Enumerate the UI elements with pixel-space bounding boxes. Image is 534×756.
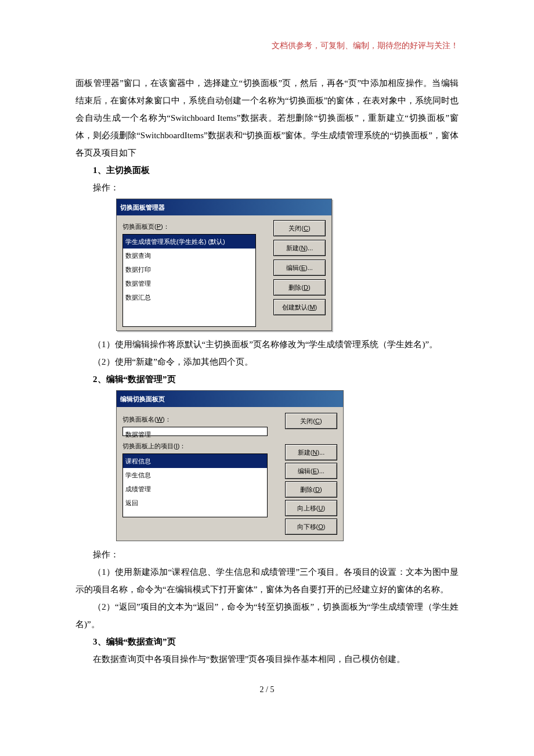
- name-label: 切换面板名(W)：: [122, 413, 280, 426]
- list-item[interactable]: 返回: [123, 496, 267, 510]
- body-text: 面板管理器”窗口，在该窗器中，选择建立“切换面板”页，然后，再各“页”中添加相应…: [75, 74, 459, 668]
- paragraph: （1）使用新建添加“课程信息、学生信息和成绩管理”三个项目。各项目的设置：文本为…: [75, 563, 459, 598]
- document-page: 文档供参考，可复制、编制，期待您的好评与关注！ 面板管理器”窗口，在该窗器中，选…: [0, 0, 534, 729]
- close-button[interactable]: 关闭(C): [273, 220, 326, 236]
- name-input[interactable]: 数据管理: [122, 427, 268, 436]
- list-item[interactable]: 课程信息: [123, 454, 267, 468]
- close-button[interactable]: 关闭(C): [285, 413, 337, 429]
- paragraph: （2）使用“新建”命令，添加其他四个页。: [75, 353, 459, 370]
- make-default-button[interactable]: 创建默认(M): [273, 299, 326, 315]
- list-item[interactable]: 成绩管理: [123, 482, 267, 496]
- list-item[interactable]: 学生成绩管理系统(学生姓名) (默认): [123, 235, 255, 249]
- move-down-button[interactable]: 向下移(O): [285, 519, 337, 535]
- page-number: 2 / 5: [75, 685, 459, 694]
- delete-button[interactable]: 删除(D): [285, 481, 337, 498]
- edit-button[interactable]: 编辑(E)...: [285, 463, 337, 479]
- paragraph: 面板管理器”窗口，在该窗器中，选择建立“切换面板”页，然后，再各“页”中添加相应…: [75, 74, 459, 161]
- items-listbox[interactable]: 课程信息 学生信息 成绩管理 返回: [122, 453, 268, 517]
- new-button[interactable]: 新建(N)...: [285, 444, 337, 460]
- operation-label: 操作：: [75, 546, 459, 563]
- paragraph: （1）使用编辑操作将原默认“主切换面板”页名称修改为“学生成绩管理系统（学生姓名…: [75, 336, 459, 353]
- operation-label: 操作：: [75, 179, 459, 196]
- delete-button[interactable]: 删除(D): [273, 279, 326, 296]
- items-label: 切换面板上的项目(I)：: [122, 440, 280, 452]
- heading-3: 3、编辑“数据查询”页: [75, 633, 459, 650]
- list-item[interactable]: 数据打印: [123, 262, 255, 276]
- header-note: 文档供参考，可复制、编制，期待您的好评与关注！: [75, 41, 459, 51]
- heading-2: 2、编辑“数据管理”页: [75, 370, 459, 388]
- list-item[interactable]: 数据查询: [123, 249, 255, 262]
- list-item[interactable]: 学生信息: [123, 468, 267, 482]
- list-item[interactable]: 数据管理: [123, 276, 255, 290]
- new-button[interactable]: 新建(N)...: [273, 240, 326, 256]
- pages-listbox[interactable]: 学生成绩管理系统(学生姓名) (默认) 数据查询 数据打印 数据管理 数据汇总: [122, 234, 256, 327]
- dialog-titlebar[interactable]: 编辑切换面板页: [117, 391, 343, 407]
- move-up-button[interactable]: 向上移(U): [285, 500, 337, 516]
- dialog-titlebar[interactable]: 切换面板管理器: [117, 199, 331, 215]
- edit-button[interactable]: 编辑(E)...: [273, 260, 326, 276]
- edit-switchboard-page-dialog: 编辑切换面板页 切换面板名(W)： 数据管理 切换面板上的项目(I)： 课程信息…: [116, 390, 344, 541]
- switchboard-manager-dialog: 切换面板管理器 切换面板页(P)： 学生成绩管理系统(学生姓名) (默认) 数据…: [116, 199, 332, 331]
- paragraph: 在数据查询页中各项目操作与“数据管理”页各项目操作基本相同，自己模仿创建。: [75, 650, 459, 668]
- pages-label: 切换面板页(P)：: [122, 220, 269, 233]
- paragraph: （2）“返回”项目的文本为“返回”，命令为“转至切换面板”，切换面板为“学生成绩…: [75, 598, 459, 633]
- list-item[interactable]: 数据汇总: [123, 290, 255, 304]
- heading-1: 1、主切换面板: [75, 161, 459, 179]
